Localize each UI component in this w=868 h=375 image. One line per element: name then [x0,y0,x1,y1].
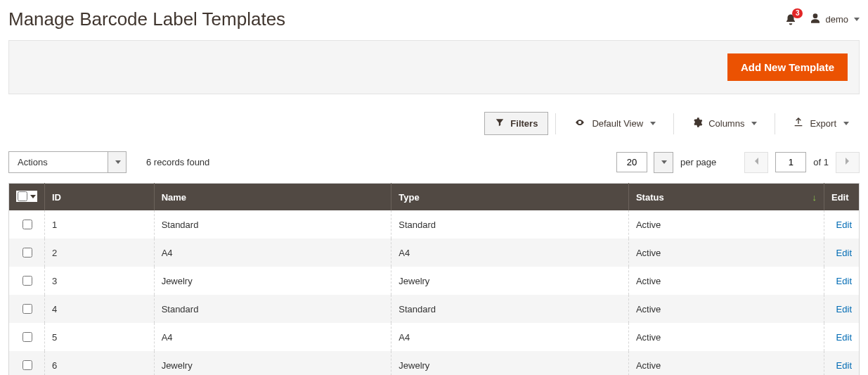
chevron-right-icon [845,157,850,167]
row-checkbox[interactable] [22,220,32,229]
cell-status: Active [628,239,824,267]
per-page-input[interactable] [616,152,647,172]
mass-actions-label: Actions [9,152,108,172]
add-new-template-button[interactable]: Add New Template [727,53,848,81]
table-row[interactable]: 6JewelryJewelryActiveEdit [9,351,860,375]
chevron-down-icon [843,122,849,125]
page-header: Manage Barcode Label Templates 3 demo [8,6,860,40]
grid-toolbar-bottom: Actions 6 records found per page of 1 [8,151,860,173]
cell-edit: Edit [824,295,860,323]
cell-edit: Edit [824,351,860,375]
cell-edit: Edit [824,210,860,239]
table-row[interactable]: 5A4A4ActiveEdit [9,323,860,351]
mass-actions-toggle[interactable] [108,152,126,172]
col-type-header[interactable]: Type [391,184,629,211]
row-checkbox[interactable] [22,304,32,314]
user-icon [810,13,821,26]
cell-type: Jewelry [391,351,629,375]
cell-id: 3 [45,267,155,295]
chevron-down-icon [854,18,860,21]
col-edit-header: Edit [824,184,860,211]
cell-name: Jewelry [154,267,391,295]
page-title: Manage Barcode Label Templates [8,8,285,30]
row-checkbox[interactable] [22,332,32,342]
user-menu[interactable]: demo [810,13,860,26]
cell-type: Jewelry [391,267,629,295]
cell-status: Active [628,295,824,323]
cell-type: Standard [391,295,629,323]
eye-icon [574,117,586,129]
pager-current-input[interactable] [775,152,806,172]
export-icon [793,117,804,130]
row-checkbox-cell [9,210,45,239]
table-row[interactable]: 2A4A4ActiveEdit [9,239,860,267]
filters-label: Filters [510,118,538,129]
notification-bell[interactable]: 3 [784,13,797,27]
cell-type: Standard [391,210,629,239]
edit-link[interactable]: Edit [836,332,852,343]
cell-status: Active [628,267,824,295]
action-bar: Add New Template [8,40,860,94]
cell-name: Standard [154,295,391,323]
row-checkbox[interactable] [22,248,32,258]
records-found: 6 records found [146,157,209,167]
cell-edit: Edit [824,267,860,295]
per-page-toggle[interactable] [654,152,673,173]
cell-id: 1 [45,210,155,239]
cell-name: A4 [154,239,391,267]
export-label: Export [810,118,836,129]
edit-link[interactable]: Edit [836,360,852,371]
cell-edit: Edit [824,239,860,267]
cell-id: 2 [45,239,155,267]
mass-actions-select[interactable]: Actions [8,151,127,173]
col-checkbox-header[interactable] [9,184,45,211]
row-checkbox[interactable] [22,360,32,370]
table-row[interactable]: 1StandardStandardActiveEdit [9,210,860,239]
row-checkbox-cell [9,267,45,295]
edit-link[interactable]: Edit [836,304,852,314]
columns-label: Columns [708,118,744,129]
cell-edit: Edit [824,323,860,351]
grid-toolbar-top: Filters Default View Columns Export [8,111,860,136]
col-status-label: Status [636,192,664,203]
chevron-down-icon [661,160,667,164]
col-status-header[interactable]: Status ↓ [628,184,824,211]
pager-next-button[interactable] [836,152,860,173]
pager-of-text: of 1 [813,157,829,167]
cell-status: Active [628,210,824,239]
table-row[interactable]: 4StandardStandardActiveEdit [9,295,860,323]
cell-status: Active [628,323,824,351]
cell-name: Standard [154,210,391,239]
edit-link[interactable]: Edit [836,248,852,258]
default-view-button[interactable]: Default View [563,112,666,135]
filters-button[interactable]: Filters [484,112,548,135]
gear-icon [692,117,703,130]
separator [673,113,674,134]
chevron-down-icon [650,122,656,125]
cell-type: A4 [391,239,629,267]
table-row[interactable]: 3JewelryJewelryActiveEdit [9,267,860,295]
row-checkbox-cell [9,323,45,351]
separator [555,113,556,134]
cell-name: A4 [154,323,391,351]
default-view-label: Default View [592,118,643,129]
cell-type: A4 [391,323,629,351]
export-button[interactable]: Export [782,111,860,136]
sort-arrow-icon: ↓ [812,192,817,203]
columns-button[interactable]: Columns [681,111,767,136]
select-all-input[interactable] [18,191,27,201]
cell-id: 5 [45,323,155,351]
cell-id: 4 [45,295,155,323]
col-id-header[interactable]: ID [45,184,155,211]
separator [775,113,775,134]
col-name-header[interactable]: Name [154,184,391,211]
cell-id: 6 [45,351,155,375]
row-checkbox[interactable] [22,276,32,286]
row-checkbox-cell [9,239,45,267]
pager-prev-button[interactable] [744,152,768,173]
edit-link[interactable]: Edit [836,220,852,230]
select-all-checkbox[interactable] [16,191,37,202]
cell-name: Jewelry [154,351,391,375]
edit-link[interactable]: Edit [836,276,852,286]
chevron-down-icon [751,122,757,125]
